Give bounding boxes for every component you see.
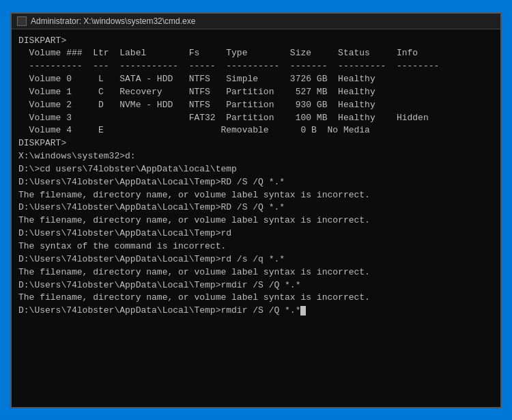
- title-bar: Administrator: X:\windows\system32\cmd.e…: [12, 14, 500, 29]
- console-line: Volume 1 C Recovery NTFS Partition 527 M…: [18, 86, 494, 99]
- console-line: DISKPART>: [18, 137, 494, 150]
- console-line: The filename, directory name, or volume …: [18, 189, 494, 202]
- console-line: D:\Users\74lobster\AppData\Local\Temp>RD…: [18, 176, 494, 189]
- console-line: Volume 0 L SATA - HDD NTFS Simple 3726 G…: [18, 73, 494, 86]
- console-line: D:\Users\74lobster\AppData\Local\Temp>rd: [18, 227, 494, 240]
- console-line: D:\Users\74lobster\AppData\Local\Temp>RD…: [18, 201, 494, 214]
- console-line: Volume 3 FAT32 Partition 100 MB Healthy …: [18, 112, 494, 125]
- window-title: Administrator: X:\windows\system32\cmd.e…: [31, 16, 195, 26]
- cmd-icon: [17, 16, 27, 26]
- console-line: Volume 2 D NVMe - HDD NTFS Partition 930…: [18, 99, 494, 112]
- console-line: The filename, directory name, or volume …: [18, 266, 494, 279]
- console-line: DISKPART>: [18, 35, 494, 48]
- console-line: D:\Users\74lobster\AppData\Local\Temp>rd…: [18, 253, 494, 266]
- console-line: Volume 4 E Removable 0 B No Media: [18, 124, 494, 137]
- cursor: [300, 306, 306, 316]
- console-line: The syntax of the command is incorrect.: [18, 240, 494, 253]
- console-line: The filename, directory name, or volume …: [18, 214, 494, 227]
- console-line: X:\windows\system32>d:: [18, 150, 494, 163]
- console-line: D:\Users\74lobster\AppData\Local\Temp>rm…: [18, 305, 494, 318]
- console-line: The filename, directory name, or volume …: [18, 292, 494, 305]
- console-line: ---------- --- ----------- ----- -------…: [18, 60, 494, 73]
- console-line: D:\Users\74lobster\AppData\Local\Temp>rm…: [18, 279, 494, 292]
- console-output[interactable]: DISKPART> Volume ### Ltr Label Fs Type S…: [12, 29, 500, 407]
- console-line: D:\>cd users\74lobster\AppData\local\tem…: [18, 163, 494, 176]
- console-line: Volume ### Ltr Label Fs Type Size Status…: [18, 47, 494, 60]
- cmd-window: Administrator: X:\windows\system32\cmd.e…: [10, 12, 502, 408]
